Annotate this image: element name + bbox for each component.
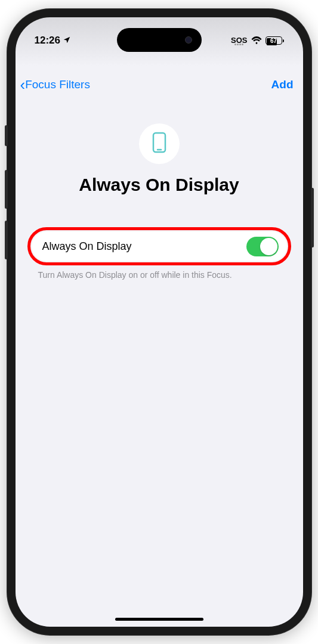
screen: 12:26 SOS bbox=[16, 17, 303, 627]
phone-frame: 12:26 SOS bbox=[7, 9, 311, 635]
chevron-left-icon: ‹ bbox=[20, 76, 26, 94]
add-button[interactable]: Add bbox=[271, 78, 294, 91]
front-camera bbox=[185, 36, 192, 44]
time-label: 12:26 bbox=[35, 35, 60, 47]
content: Always On Display Always On Display Turn… bbox=[16, 100, 303, 280]
sos-indicator: SOS bbox=[231, 36, 247, 45]
dynamic-island bbox=[117, 28, 202, 52]
status-left: 12:26 bbox=[35, 35, 71, 47]
setting-label: Always On Display bbox=[42, 240, 132, 253]
toggle-knob bbox=[260, 238, 277, 255]
back-button[interactable]: ‹ Focus Filters bbox=[20, 76, 90, 94]
silent-switch bbox=[5, 125, 8, 146]
phone-display-icon bbox=[152, 132, 167, 156]
home-indicator[interactable] bbox=[115, 618, 203, 621]
always-on-display-toggle[interactable] bbox=[246, 237, 279, 256]
power-button bbox=[311, 188, 314, 247]
feature-icon-container bbox=[139, 123, 180, 164]
location-icon bbox=[63, 36, 71, 46]
volume-up-button bbox=[5, 170, 8, 209]
battery-icon: 67 bbox=[265, 36, 284, 45]
status-right: SOS 67 bbox=[231, 36, 283, 46]
setting-row[interactable]: Always On Display bbox=[32, 231, 287, 261]
wifi-icon bbox=[251, 36, 262, 46]
page-title: Always On Display bbox=[27, 175, 291, 195]
setting-description: Turn Always On Display on or off while i… bbox=[27, 265, 291, 280]
nav-bar: ‹ Focus Filters Add bbox=[16, 70, 303, 100]
highlight-annotation: Always On Display bbox=[27, 227, 291, 265]
back-label: Focus Filters bbox=[25, 78, 90, 91]
volume-down-button bbox=[5, 221, 8, 259]
